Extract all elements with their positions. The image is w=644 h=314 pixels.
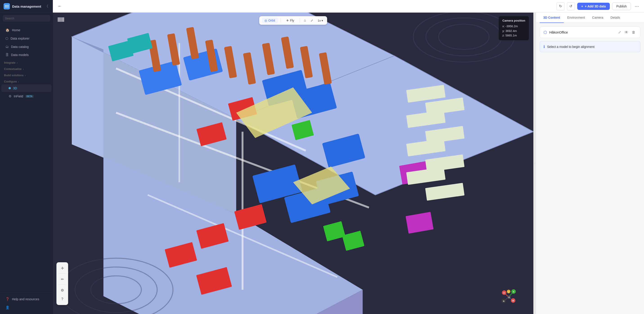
- viewport-toolbar: ◎ Orbit ✈ Fly ⌂ ⤢ 1x ▾: [259, 16, 327, 25]
- help-icon: ❓: [6, 297, 10, 301]
- transform-tool-button[interactable]: ✛: [58, 264, 66, 272]
- svg-rect-7: [59, 17, 60, 22]
- settings-tool-button[interactable]: ⚙: [58, 286, 66, 294]
- fullscreen-icon: ⤢: [310, 19, 313, 22]
- sidebar-item-explorer-label: Data explorer: [10, 37, 30, 40]
- 3d-viewport[interactable]: ◎ Orbit ✈ Fly ⌂ ⤢ 1x ▾: [53, 12, 533, 314]
- sidebar-item-data-explorer[interactable]: ⬡ Data explorer: [1, 34, 52, 42]
- redo-button[interactable]: ↺: [567, 2, 575, 10]
- orbit-icon: ◎: [264, 19, 267, 22]
- home-view-button[interactable]: ⌂: [302, 18, 308, 24]
- svg-rect-1: [6, 5, 7, 6]
- alignment-info-banner: ℹ Select a model to begin alignment: [540, 41, 640, 52]
- sidebar-item-models-label: Data models: [11, 53, 29, 57]
- sidebar-item-data-catalog[interactable]: 🗂 Data catalog: [1, 43, 52, 50]
- sidebar-section-configure[interactable]: Configure ›: [0, 78, 53, 84]
- model-card-actions: ⤢ 👁 🗑: [617, 30, 636, 35]
- build-solutions-label: Build solutions: [4, 74, 24, 77]
- more-options-button[interactable]: ⋯: [633, 3, 640, 10]
- right-panel: 3D Content Environment Camera Details ⬡ …: [536, 12, 644, 314]
- sidebar-collapse-button[interactable]: 《: [44, 4, 49, 9]
- zoom-selector[interactable]: 1x ▾: [316, 18, 324, 23]
- model-visibility-button[interactable]: 👁: [624, 30, 630, 35]
- svg-rect-10: [63, 17, 64, 22]
- resize-handle[interactable]: ⋮: [533, 12, 536, 314]
- building-svg: [53, 12, 533, 314]
- home-icon: 🏠: [6, 28, 10, 32]
- data-models-icon: 🗄: [6, 53, 9, 57]
- delete-icon: 🗑: [632, 30, 636, 34]
- svg-rect-3: [5, 6, 6, 8]
- data-explorer-icon: ⬡: [6, 36, 8, 40]
- toolbar-divider-2: [300, 18, 300, 23]
- tools-divider-1: [58, 274, 66, 274]
- sidebar-item-help[interactable]: ❓ Help and resources: [1, 295, 52, 303]
- 3d-scene: E S W N U D ✛: [53, 12, 533, 314]
- tab-environment[interactable]: Environment: [564, 12, 589, 23]
- edit-icon: ✏: [61, 277, 64, 282]
- tools-panel: ✛ ✏ ⚙ ?: [56, 262, 68, 305]
- plus-icon: +: [581, 4, 583, 8]
- sidebar-item-infield-label: InField: [14, 94, 23, 98]
- sidebar: Data management 《 🏠 Home ⬡ Data explorer…: [0, 0, 53, 314]
- panel-tabs: 3D Content Environment Camera Details: [536, 12, 644, 23]
- beta-badge: BETA: [26, 95, 34, 98]
- svg-rect-6: [58, 17, 59, 22]
- svg-rect-5: [8, 6, 8, 8]
- svg-text:W: W: [512, 300, 514, 302]
- fullscreen-button[interactable]: ⤢: [309, 18, 314, 23]
- sidebar-section-build-solutions[interactable]: Build solutions ›: [0, 72, 53, 78]
- content-area: ◎ Orbit ✈ Fly ⌂ ⤢ 1x ▾: [53, 12, 644, 314]
- panel-content: ⬡ HåkonOffice ⤢ 👁 🗑: [536, 23, 644, 314]
- sidebar-item-3d-label: 3D: [13, 86, 17, 90]
- app-logo-icon: [4, 3, 10, 10]
- publish-label: Publish: [616, 4, 627, 8]
- eye-icon: 👁: [625, 30, 628, 34]
- configure-chevron-icon: ›: [18, 80, 19, 83]
- tab-3d-content[interactable]: 3D Content: [540, 12, 564, 23]
- refresh-button[interactable]: ↻: [556, 2, 564, 10]
- sidebar-item-home[interactable]: 🏠 Home: [1, 26, 52, 34]
- redo-icon: ↺: [569, 4, 572, 8]
- svg-rect-9: [62, 17, 63, 22]
- more-icon: ⋯: [634, 4, 639, 9]
- svg-text:N: N: [503, 300, 504, 302]
- sidebar-item-3d[interactable]: 3D: [1, 84, 52, 92]
- sidebar-item-user[interactable]: 👤: [1, 304, 52, 312]
- back-button[interactable]: ←: [56, 3, 63, 10]
- tab-camera-label: Camera: [592, 16, 603, 19]
- publish-button[interactable]: Publish: [612, 2, 631, 10]
- sidebar-section-integrate[interactable]: Integrate ›: [0, 59, 53, 65]
- svg-rect-0: [5, 5, 6, 6]
- topbar: ← ↻ ↺ + + Add 3D data Publish ⋯: [53, 0, 644, 12]
- transform-icon: ✛: [61, 266, 64, 270]
- model-delete-button[interactable]: 🗑: [631, 30, 636, 35]
- sidebar-item-infield[interactable]: ⚙ InField BETA: [1, 92, 52, 100]
- contextualize-label: Contextualize: [4, 68, 22, 71]
- help-circle-icon: ?: [62, 297, 64, 301]
- sidebar-item-data-models[interactable]: 🗄 Data models: [1, 51, 52, 59]
- sidebar-nav: 🏠 Home ⬡ Data explorer 🗂 Data catalog 🗄 …: [0, 24, 53, 292]
- model-card-icon: ⬡: [544, 30, 547, 35]
- edit-tool-button[interactable]: ✏: [58, 275, 66, 283]
- search-input[interactable]: [3, 15, 50, 22]
- tab-camera[interactable]: Camera: [588, 12, 607, 23]
- tab-details-label: Details: [610, 16, 620, 19]
- tools-divider-2: [58, 284, 66, 285]
- help-tool-button[interactable]: ?: [58, 295, 66, 303]
- svg-text:U: U: [508, 291, 509, 293]
- sidebar-section-contextualize[interactable]: Contextualize ›: [0, 65, 53, 72]
- fly-mode-button[interactable]: ✈ Fly: [284, 18, 297, 24]
- svg-text:D: D: [508, 297, 510, 298]
- orbit-mode-button[interactable]: ◎ Orbit: [262, 18, 278, 24]
- model-card: ⬡ HåkonOffice ⤢ 👁 🗑: [540, 26, 640, 38]
- settings-icon: ⚙: [61, 288, 64, 292]
- tab-details[interactable]: Details: [607, 12, 624, 23]
- fly-icon: ✈: [286, 19, 289, 22]
- model-expand-button[interactable]: ⤢: [617, 30, 622, 35]
- data-catalog-icon: 🗂: [6, 45, 9, 48]
- integrate-chevron-icon: ›: [17, 62, 18, 64]
- camera-y: y: 3692.4m: [502, 29, 525, 34]
- add-3d-data-button[interactable]: + + Add 3D data: [577, 3, 610, 10]
- compass-gizmo: E S W N U D: [498, 285, 520, 305]
